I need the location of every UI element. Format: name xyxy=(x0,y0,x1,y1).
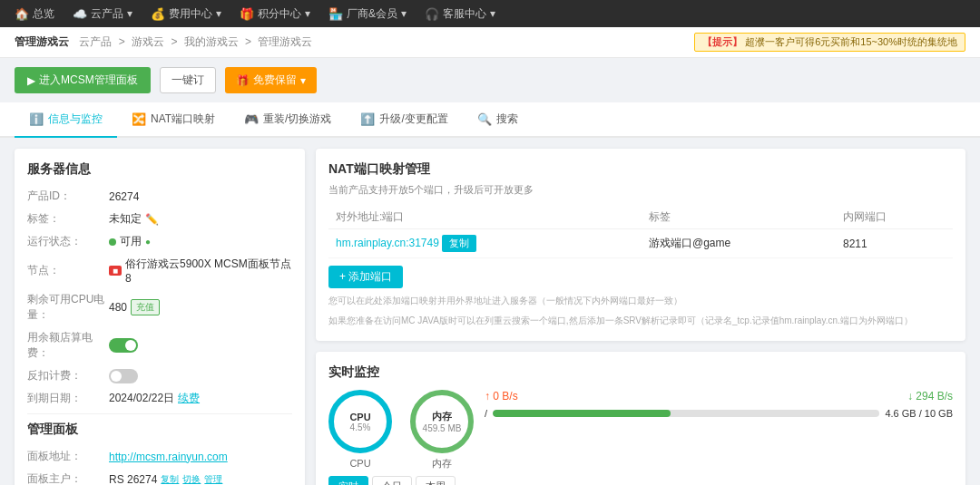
manage-panel-title: 管理面板 xyxy=(27,422,292,438)
net-down: ↓ 294 B/s xyxy=(907,390,953,403)
page-title-main: 管理游戏云 xyxy=(15,35,69,48)
right-panel: NAT端口映射管理 当前产品支持开放5个端口，升级后可开放更多 对外地址:端口 … xyxy=(316,149,965,485)
billing-toggle[interactable] xyxy=(109,338,138,353)
tab-info[interactable]: ℹ️ 信息与监控 xyxy=(15,102,117,138)
edit-icon[interactable]: ✏️ xyxy=(145,213,159,226)
label-value: 未知定 ✏️ xyxy=(109,211,159,227)
tab-search[interactable]: 🔍 搜索 xyxy=(463,102,533,138)
product-id-label: 产品ID： xyxy=(27,189,109,204)
panel-url-label: 面板地址： xyxy=(27,449,109,464)
nav-billing[interactable]: 💰 费用中心 ▾ xyxy=(151,6,221,22)
billing-row: 用余额店算电费： xyxy=(27,330,292,361)
chart-tabs: 实时 今日 本周 xyxy=(328,476,953,485)
panel-user-value: RS 26274 复制 切换 管理 xyxy=(109,473,222,486)
notice-bar: 【提示】 超濮一客户可得6元买前和15~30%时统的集统地 xyxy=(694,33,965,52)
breadcrumb-mygame[interactable]: 我的游戏云 xyxy=(184,35,239,48)
upgrade-icon: ⬆️ xyxy=(360,112,375,126)
billing-label: 用余额店算电费： xyxy=(27,330,109,361)
nav-home[interactable]: 🏠 总览 xyxy=(15,6,54,22)
panel-url-link[interactable]: http://mcsm.rainyun.com xyxy=(109,451,228,463)
search-icon: 🔍 xyxy=(477,112,492,126)
monitor-title: 实时监控 xyxy=(328,364,953,381)
nat-col-port: 内网端口 xyxy=(836,206,953,229)
nat-subtitle: 当前产品支持开放5个端口，升级后可开放更多 xyxy=(328,183,953,197)
nat-section: NAT端口映射管理 当前产品支持开放5个端口，升级后可开放更多 对外地址:端口 … xyxy=(316,149,965,341)
panel-url-value[interactable]: http://mcsm.rainyun.com xyxy=(109,451,228,463)
nat-table-row: hm.rainplay.cn:31749 复制 游戏端口@game 8211 xyxy=(328,229,953,258)
games-icon: 🎮 xyxy=(244,112,259,126)
panel-user-label: 面板主户： xyxy=(27,471,109,485)
back-billing-label: 反扣计费： xyxy=(27,368,109,383)
breadcrumb: 管理游戏云 云产品 > 游戏云 > 我的游戏云 > 管理游戏云 xyxy=(15,34,312,50)
monitor-gauges-row: CPU 4.5% CPU 内存 459.5 MB 内存 xyxy=(328,390,953,470)
disk-usage: 4.6 GB / 10 GB xyxy=(885,408,953,419)
console-icon: ▶ xyxy=(27,74,35,87)
nav-reseller[interactable]: 🏪 厂商&会员 ▾ xyxy=(328,6,407,22)
expiry-label: 到期日期： xyxy=(27,391,109,406)
nat-note2: 如果您准备在访问MC JAVA版时可以在列重云搜索一个端口,然后添加一条SRV解… xyxy=(328,314,953,328)
status-indicator xyxy=(109,238,116,246)
manage-user-link[interactable]: 管理 xyxy=(204,473,222,486)
chart-tab-today[interactable]: 今日 xyxy=(372,476,412,485)
node-row: 节点： ■ 俗行游戏云5900X MCSM面板节点8 xyxy=(27,257,292,285)
monitor-section: 实时监控 CPU 4.5% CPU 内存 459.5 MB xyxy=(316,352,965,485)
copy-user-link[interactable]: 复制 xyxy=(161,473,179,486)
gift-icon: 🎁 xyxy=(236,74,250,87)
tab-nat[interactable]: 🔀 NAT端口映射 xyxy=(117,102,230,138)
left-panel: 服务器信息 产品ID： 26274 标签： 未知定 ✏️ 运行状态： 可用 ● xyxy=(15,149,305,485)
nat-address-link: hm.rainplay.cn:31749 xyxy=(336,237,439,249)
service-icon: 🎧 xyxy=(425,7,439,21)
nav-points[interactable]: 🎁 积分中心 ▾ xyxy=(240,6,310,22)
breadcrumb-game[interactable]: 游戏云 xyxy=(132,35,164,48)
chart-tab-week[interactable]: 本周 xyxy=(416,476,456,485)
tab-bar: ℹ️ 信息与监控 🔀 NAT端口映射 🎮 重装/切换游戏 ⬆️ 升级/变更配置 … xyxy=(0,102,980,138)
mem-gauge: 内存 459.5 MB 内存 xyxy=(410,390,474,470)
top-navigation: 🏠 总览 ☁️ 云产品 ▾ 💰 费用中心 ▾ 🎁 积分中心 ▾ 🏪 厂商&会员 … xyxy=(0,0,980,27)
nat-tag: 游戏端口@game xyxy=(642,229,836,258)
nav-products[interactable]: ☁️ 云产品 ▾ xyxy=(73,6,132,22)
nav-service[interactable]: 🎧 客服中心 ▾ xyxy=(425,6,495,22)
tab-upgrade[interactable]: ⬆️ 升级/变更配置 xyxy=(346,102,462,138)
net-up: ↑ 0 B/s xyxy=(485,390,518,403)
nat-header: NAT端口映射管理 xyxy=(328,161,953,178)
back-billing-switch[interactable] xyxy=(109,369,138,383)
panel-url-row: 面板地址： http://mcsm.rainyun.com xyxy=(27,449,292,464)
nat-copy-button[interactable]: 复制 xyxy=(442,235,476,252)
order-button[interactable]: 一键订 xyxy=(160,67,216,93)
cpu-gauge-circle: CPU 4.5% xyxy=(328,390,392,453)
disk-label: / xyxy=(485,408,487,419)
points-icon: 🎁 xyxy=(240,7,254,21)
billing-switch[interactable] xyxy=(109,338,138,353)
nat-note1: 您可以在此处添加端口映射并用外界地址进入服务器（一般情况下内外网端口最好一致） xyxy=(328,294,953,308)
mcsm-button[interactable]: ▶ 进入MCSM管理面板 xyxy=(15,67,151,93)
cpu-gauge-value: 4.5% xyxy=(350,422,371,432)
info-icon: ℹ️ xyxy=(29,112,44,126)
cpu-power-row: 剩余可用CPU电量： 480 充值 xyxy=(27,292,292,323)
back-billing-row: 反扣计费： xyxy=(27,368,292,383)
product-id-row: 产品ID： 26274 xyxy=(27,189,292,204)
panel-user-row: 面板主户： RS 26274 复制 切换 管理 xyxy=(27,471,292,485)
mem-gauge-value: 459.5 MB xyxy=(423,423,462,433)
back-billing-toggle[interactable] xyxy=(109,369,138,383)
mem-gauge-label: 内存 xyxy=(432,410,452,423)
action-bar: ▶ 进入MCSM管理面板 一键订 🎁 免费保留 ▾ xyxy=(0,58,980,102)
nat-icon: 🔀 xyxy=(132,112,146,126)
status-dot2: ● xyxy=(145,237,151,247)
disk-bar-fill xyxy=(493,410,671,417)
status-row: 运行状态： 可用 ● xyxy=(27,234,292,249)
add-port-button[interactable]: + 添加端口 xyxy=(328,266,403,288)
renew-link[interactable]: 续费 xyxy=(178,391,200,406)
free-button[interactable]: 🎁 免费保留 ▾ xyxy=(225,67,317,93)
recharge-btn[interactable]: 充值 xyxy=(131,299,160,315)
mem-gauge-circle: 内存 459.5 MB xyxy=(410,390,474,453)
nat-inner-port: 8211 xyxy=(836,229,953,258)
chart-tab-realtime[interactable]: 实时 xyxy=(328,476,368,485)
node-tag: ■ xyxy=(109,266,122,276)
status-label: 运行状态： xyxy=(27,234,109,249)
tab-games[interactable]: 🎮 重装/切换游戏 xyxy=(230,102,346,138)
switch-user-link[interactable]: 切换 xyxy=(182,473,201,486)
reseller-icon: 🏪 xyxy=(328,7,343,21)
nat-col-tag: 标签 xyxy=(642,206,836,229)
breadcrumb-cloud[interactable]: 云产品 xyxy=(79,35,112,48)
label-label: 标签： xyxy=(27,211,109,227)
